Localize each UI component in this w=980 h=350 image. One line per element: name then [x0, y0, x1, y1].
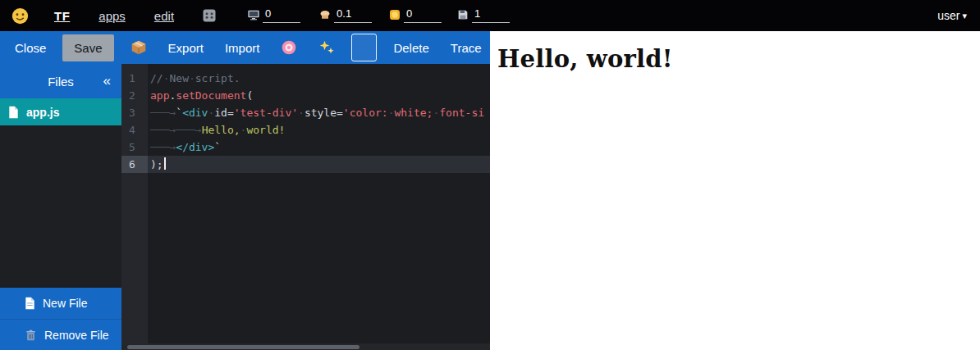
stat-value-coin[interactable]: 0: [404, 8, 442, 23]
stat-monitor: 0: [247, 8, 300, 23]
remove-file-button[interactable]: Remove File: [0, 319, 121, 350]
new-file-icon: [25, 297, 35, 310]
code-lines: //·New·script.app.setDocument(───→`<div·…: [148, 64, 490, 173]
sparkles-button[interactable]: [314, 34, 340, 61]
code-line[interactable]: );: [148, 156, 490, 173]
line-number: 5: [121, 139, 148, 156]
import-button[interactable]: Import: [220, 34, 265, 61]
toolbar: Close Save Export Import Delete Trace: [0, 31, 490, 64]
user-menu-label: user: [937, 9, 959, 22]
caret-down-icon: ▾: [962, 11, 967, 21]
floppy-icon: [456, 8, 469, 21]
topbar: TF apps edit 0 0.1 0: [0, 0, 980, 31]
apps-link[interactable]: apps: [98, 9, 126, 23]
stat-bread: 0.1: [318, 8, 372, 23]
collapse-sidebar-button[interactable]: «: [99, 64, 115, 98]
blank-button[interactable]: [351, 34, 377, 61]
horizontal-scrollbar[interactable]: [121, 343, 490, 350]
code-line[interactable]: app.setDocument(: [148, 87, 490, 104]
brand-link[interactable]: TF: [54, 9, 70, 23]
line-number: 3: [121, 104, 148, 121]
sidebar-spacer: [0, 125, 121, 288]
stat-value-floppy[interactable]: 1: [472, 8, 510, 23]
output-heading: Hello, world!: [497, 45, 980, 73]
line-number: 1: [121, 70, 148, 87]
package-button[interactable]: [126, 34, 152, 61]
line-number: 4: [121, 121, 148, 139]
user-menu[interactable]: user ▾: [937, 9, 967, 22]
code-line[interactable]: ───→───→Hello,·world!: [148, 121, 490, 139]
trace-button[interactable]: Trace: [446, 34, 487, 61]
stat-floppy: 1: [456, 8, 510, 23]
output-pane: Hello, world!: [490, 31, 980, 350]
save-button[interactable]: Save: [62, 34, 113, 61]
monitor-icon: [247, 8, 260, 21]
code-line[interactable]: ───→</div>`: [148, 139, 490, 156]
file-icon: [8, 106, 19, 119]
code-line[interactable]: //·New·script.: [148, 70, 490, 87]
stat-value-monitor[interactable]: 0: [263, 8, 300, 23]
close-button[interactable]: Close: [10, 34, 51, 61]
bread-icon: [318, 8, 332, 21]
stat-value-bread[interactable]: 0.1: [334, 8, 372, 23]
gutter: 123456: [121, 64, 148, 350]
sidebar: Files « app.js New File Remove File: [0, 64, 121, 350]
controls-icon[interactable]: [202, 8, 217, 23]
code-area[interactable]: //·New·script.app.setDocument(───→`<div·…: [148, 64, 490, 350]
code-line[interactable]: ───→`<div·id='test-div'·style='color:·wh…: [148, 104, 490, 121]
donut-button[interactable]: [276, 34, 302, 61]
line-number: 2: [121, 87, 148, 104]
file-name: app.js: [26, 106, 59, 119]
code-editor[interactable]: 123456 //·New·script.app.setDocument(───…: [121, 64, 490, 350]
scrollbar-thumb[interactable]: [127, 345, 359, 349]
stat-coin: 0: [388, 8, 442, 23]
gutter-inner: 123456: [121, 64, 148, 173]
files-title: Files: [48, 75, 74, 89]
new-file-button[interactable]: New File: [0, 288, 121, 319]
export-button[interactable]: Export: [163, 34, 208, 61]
edit-link[interactable]: edit: [154, 9, 174, 23]
files-header: Files «: [0, 64, 121, 98]
new-file-label: New File: [43, 297, 87, 310]
sparkles-icon: [318, 39, 335, 56]
delete-button[interactable]: Delete: [388, 34, 433, 61]
remove-file-label: Remove File: [44, 329, 109, 342]
package-icon: [131, 39, 147, 56]
smiley-icon[interactable]: [11, 7, 29, 25]
text-cursor: [164, 157, 166, 170]
line-number: 6: [121, 156, 148, 173]
trash-icon: [25, 329, 37, 342]
donut-icon: [281, 39, 297, 56]
file-item-appjs[interactable]: app.js: [0, 98, 121, 125]
coin-icon: [388, 8, 401, 21]
